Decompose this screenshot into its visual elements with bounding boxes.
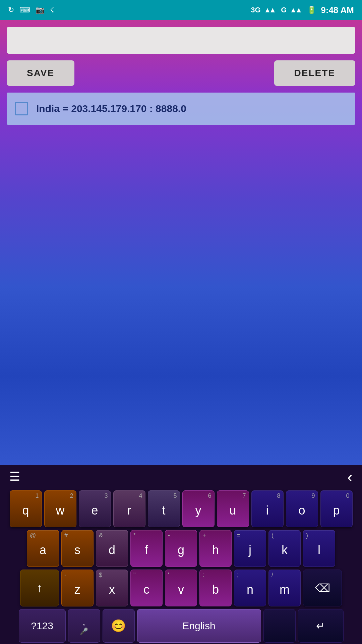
key-x[interactable]: $ x [96,570,128,606]
key-blank [263,609,296,643]
key-p[interactable]: 0 p [320,490,353,527]
usb-icon: ☇ [50,6,54,14]
keyboard-row-3: ↑ - z $ x " c ' v : b ; [1,570,361,606]
key-mic[interactable]: , 🎤 [68,609,100,643]
button-row: SAVE DELETE [7,60,355,86]
key-q[interactable]: 1 q [10,490,42,527]
key-t[interactable]: 5 t [148,490,180,527]
key-d[interactable]: & d [96,530,128,567]
key-a[interactable]: @ a [27,530,59,567]
key-w[interactable]: 2 w [44,490,76,527]
key-e[interactable]: 3 e [79,490,111,527]
key-n[interactable]: ; n [234,570,266,606]
keyboard-icon: ⌨ [19,6,30,14]
key-backspace[interactable]: ⌫ [303,570,342,606]
proxy-list: India = 203.145.179.170 : 8888.0 [7,93,355,125]
status-right-info: 3G ▴▲ G ▴▲ 🔋 9:48 AM [251,5,354,15]
network-indicator: 3G [251,6,260,14]
key-shift[interactable]: ↑ [20,570,59,606]
app-area: SAVE DELETE India = 203.145.179.170 : 88… [0,20,362,465]
keyboard-row-2: @ a # s & d * f - g + h [1,530,361,567]
key-c[interactable]: " c [130,570,163,606]
key-emoji[interactable]: 😊 [103,609,135,643]
key-f[interactable]: * f [130,530,163,567]
keyboard-toolbar: ☰ ‹ [0,465,362,488]
key-i[interactable]: 8 i [251,490,284,527]
keyboard-row-4: ?123 , 🎤 😊 English ↵ [1,609,361,643]
battery-icon: 🔋 [307,6,316,14]
key-m[interactable]: / m [268,570,301,606]
key-u[interactable]: 7 u [217,490,249,527]
sync-icon: ↻ [8,6,14,14]
keyboard-area: ☰ ‹ 1 q 2 w 3 e 4 r 5 t [0,465,362,644]
save-button[interactable]: SAVE [7,60,74,86]
key-r[interactable]: 4 r [113,490,145,527]
keyboard-back-icon[interactable]: ‹ [347,468,353,486]
image-icon: 📷 [36,6,45,14]
keyboard-keys: 1 q 2 w 3 e 4 r 5 t 6 y [0,488,362,644]
delete-button[interactable]: DELETE [274,60,355,86]
key-k[interactable]: ( k [268,530,301,567]
key-l[interactable]: ) l [303,530,335,567]
key-y[interactable]: 6 y [182,490,215,527]
key-z[interactable]: - z [61,570,94,606]
signal-bars-2: ▴▲ [291,6,302,14]
proxy-text-input[interactable] [7,27,355,54]
key-h[interactable]: + h [199,530,232,567]
signal-bars: ▴▲ [265,6,277,14]
keyboard-menu-icon[interactable]: ☰ [9,470,20,484]
keyboard-row-1: 1 q 2 w 3 e 4 r 5 t 6 y [1,490,361,527]
proxy-checkbox[interactable] [15,102,28,115]
key-enter[interactable]: ↵ [298,609,344,643]
key-g[interactable]: - g [165,530,197,567]
key-j[interactable]: = j [234,530,266,567]
time-display: 9:48 AM [321,5,354,15]
carrier-g: G [281,6,287,14]
key-v[interactable]: ' v [165,570,197,606]
proxy-label: India = 203.145.179.170 : 8888.0 [36,103,186,114]
key-s[interactable]: # s [61,530,94,567]
proxy-list-item[interactable]: India = 203.145.179.170 : 8888.0 [7,93,355,125]
status-left-icons: ↻ ⌨ 📷 ☇ [8,6,54,14]
key-b[interactable]: : b [199,570,232,606]
status-bar: ↻ ⌨ 📷 ☇ 3G ▴▲ G ▴▲ 🔋 9:48 AM [0,0,362,20]
key-o[interactable]: 9 o [286,490,318,527]
key-space[interactable]: English [137,609,261,643]
key-123[interactable]: ?123 [19,609,66,643]
